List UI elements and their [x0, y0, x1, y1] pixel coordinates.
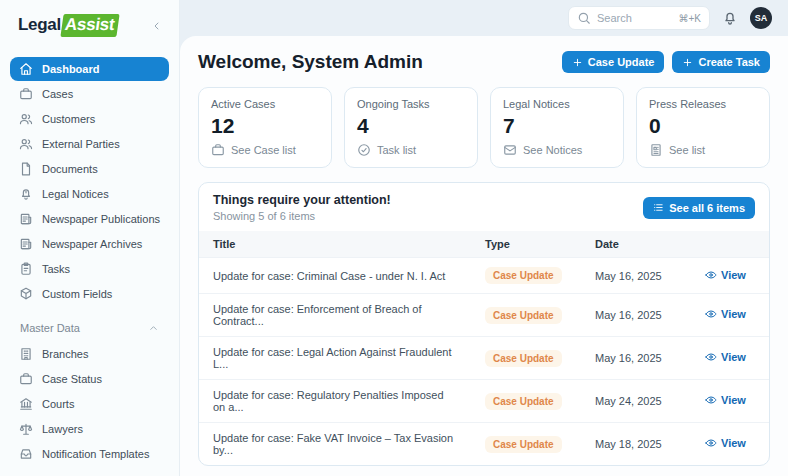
sidebar-item-cases[interactable]: Cases: [10, 82, 169, 106]
user-group-icon: [19, 137, 33, 151]
table-row[interactable]: Update for case: Criminal Case - under N…: [199, 258, 769, 294]
eye-icon: [705, 437, 717, 449]
type-badge: Case Update: [485, 350, 562, 367]
view-link[interactable]: View: [705, 308, 746, 320]
eye-icon: [705, 269, 717, 281]
sidebar-item-documents[interactable]: Documents: [10, 157, 169, 181]
bell-icon: [722, 10, 738, 26]
plus-icon: [572, 57, 583, 68]
stat-card-legal-notices: Legal Notices 7 See Notices: [490, 87, 624, 168]
sidebar-item-newspaper-publications[interactable]: Newspaper Publications: [10, 207, 169, 231]
column-header-action: [691, 231, 769, 258]
type-badge: Case Update: [485, 393, 562, 410]
sidebar-item-tasks[interactable]: Tasks: [10, 257, 169, 281]
chevron-up-icon: [148, 323, 159, 334]
sidebar-item-custom-fields[interactable]: Custom Fields: [10, 282, 169, 306]
view-link[interactable]: View: [705, 394, 746, 406]
logo-accent: Assist: [60, 14, 119, 37]
view-link[interactable]: View: [705, 437, 746, 449]
news-icon: [649, 143, 663, 157]
attention-subtitle: Showing 5 of 6 items: [213, 210, 391, 222]
search-box[interactable]: ⌘+K: [568, 6, 710, 30]
stat-card-link[interactable]: See Case list: [211, 143, 319, 157]
column-header-type: Type: [471, 231, 581, 258]
type-badge: Case Update: [485, 267, 562, 284]
briefcase-icon: [211, 143, 225, 157]
scales-icon: [19, 422, 33, 436]
main-panel: Welcome, System Admin Case Update Create…: [180, 36, 788, 476]
view-link[interactable]: View: [705, 351, 746, 363]
newspaper-icon: [19, 237, 33, 251]
sidebar-item-notification-templates[interactable]: Notification Templates: [10, 442, 169, 466]
avatar[interactable]: SA: [750, 7, 772, 29]
building-icon: [19, 347, 33, 361]
inbox-icon: [19, 447, 33, 461]
sidebar-item-lawyers[interactable]: Lawyers: [10, 417, 169, 441]
briefcase-icon: [19, 372, 33, 386]
sidebar-item-dashboard[interactable]: Dashboard: [10, 57, 169, 81]
app-window: LegalAssist Dashboard Cases Customers Ex…: [0, 0, 788, 476]
table-row[interactable]: Update for case: Regulatory Penalties Im…: [199, 380, 769, 423]
stat-card-active-cases: Active Cases 12 See Case list: [198, 87, 332, 168]
stat-card-link[interactable]: See list: [649, 143, 757, 157]
attention-panel: Things require your attention! Showing 5…: [198, 182, 770, 466]
case-update-button[interactable]: Case Update: [562, 51, 665, 73]
table-row[interactable]: Update for case: Legal Action Against Fr…: [199, 337, 769, 380]
plus-icon: [682, 57, 693, 68]
check-circle-icon: [357, 143, 371, 157]
sidebar-item-newspaper-archives[interactable]: Newspaper Archives: [10, 232, 169, 256]
stat-cards-row: Active Cases 12 See Case list Ongoing Ta…: [198, 87, 770, 168]
cube-icon: [19, 287, 33, 301]
page-title: Welcome, System Admin: [198, 51, 423, 73]
court-icon: [19, 397, 33, 411]
sidebar-collapse-button[interactable]: [151, 20, 163, 32]
stat-card-link[interactable]: Task list: [357, 143, 465, 157]
see-all-items-button[interactable]: See all 6 items: [643, 197, 755, 219]
briefcase-icon: [19, 87, 33, 101]
stat-card-link[interactable]: See Notices: [503, 143, 611, 157]
create-task-button[interactable]: Create Task: [672, 51, 770, 73]
sidebar-item-external-parties[interactable]: External Parties: [10, 132, 169, 156]
column-header-title: Title: [199, 231, 471, 258]
view-link[interactable]: View: [705, 269, 746, 281]
clipboard-icon: [19, 262, 33, 276]
chevron-left-icon: [151, 20, 163, 32]
sidebar-item-customers[interactable]: Customers: [10, 107, 169, 131]
sidebar-nav: Dashboard Cases Customers External Parti…: [0, 57, 179, 306]
eye-icon: [705, 351, 717, 363]
sidebar-item-courts[interactable]: Courts: [10, 392, 169, 416]
users-icon: [19, 112, 33, 126]
stat-card-press-releases: Press Releases 0 See list: [636, 87, 770, 168]
section-label: Master Data: [20, 322, 80, 334]
newspaper-icon: [19, 212, 33, 226]
table-row[interactable]: Update for case: Fake VAT Invoice – Tax …: [199, 423, 769, 466]
notifications-button[interactable]: [722, 10, 738, 26]
stat-card-ongoing-tasks: Ongoing Tasks 4 Task list: [344, 87, 478, 168]
notice-bell-icon: [19, 187, 33, 201]
sidebar: LegalAssist Dashboard Cases Customers Ex…: [0, 0, 180, 476]
brand-row: LegalAssist: [0, 10, 179, 49]
table-row[interactable]: Update for case: Enforcement of Breach o…: [199, 294, 769, 337]
attention-title: Things require your attention!: [213, 193, 391, 207]
eye-icon: [705, 308, 717, 320]
document-icon: [19, 162, 33, 176]
home-icon: [19, 62, 33, 76]
sidebar-section-master-data[interactable]: Master Data: [20, 322, 159, 334]
search-shortcut: ⌘+K: [678, 13, 701, 24]
sidebar-item-case-status[interactable]: Case Status: [10, 367, 169, 391]
type-badge: Case Update: [485, 307, 562, 324]
column-header-date: Date: [581, 231, 691, 258]
attention-table: Title Type Date Update for case: Crimina…: [199, 231, 769, 465]
search-icon: [577, 11, 591, 25]
sidebar-master-nav: Branches Case Status Courts Lawyers Noti…: [0, 342, 179, 466]
list-icon: [653, 202, 664, 213]
topbar: ⌘+K SA: [180, 0, 788, 36]
table-header-row: Title Type Date: [199, 231, 769, 258]
search-input[interactable]: [597, 12, 667, 24]
sidebar-item-legal-notices[interactable]: Legal Notices: [10, 182, 169, 206]
app-logo: LegalAssist: [18, 14, 118, 37]
type-badge: Case Update: [485, 436, 562, 453]
sidebar-item-branches[interactable]: Branches: [10, 342, 169, 366]
envelope-icon: [503, 143, 517, 157]
eye-icon: [705, 394, 717, 406]
